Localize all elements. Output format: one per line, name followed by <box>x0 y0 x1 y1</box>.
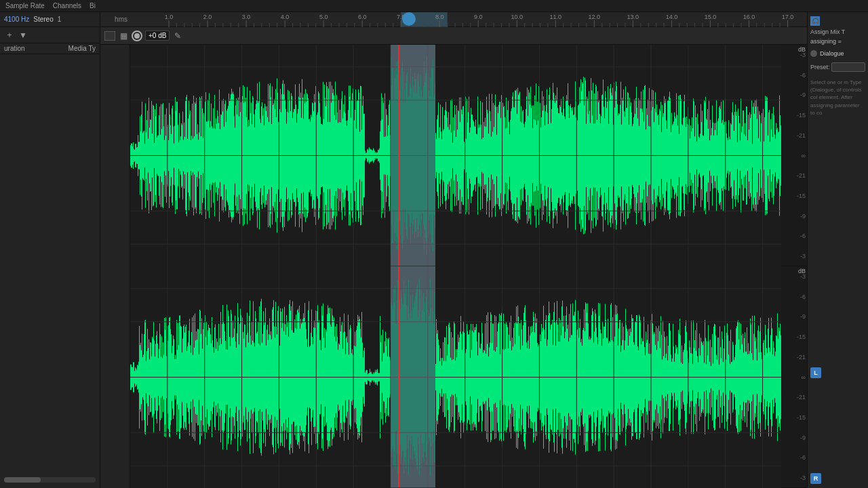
db-tick-label: -3 <box>800 52 806 58</box>
left-controls: + ▼ <box>0 27 100 43</box>
db-tick-label: ∞ <box>802 374 806 381</box>
svg-text:3.0: 3.0 <box>242 14 251 20</box>
assign-mix-label: Assign Mix T <box>810 28 865 35</box>
track-toolbar: ▦ +0 dB ✎ <box>100 27 807 45</box>
main-area: hms 1.02.03.04.05.06.07.08.09.010.011.01… <box>100 12 807 488</box>
svg-text:4.0: 4.0 <box>281 14 290 20</box>
nav-sample-rate[interactable]: Sample Rate <box>5 2 45 9</box>
db-tick-label: -9 <box>800 213 806 220</box>
db-tick-label: -21 <box>797 354 806 361</box>
svg-text:11.0: 11.0 <box>550 14 562 20</box>
add-track-icon[interactable]: + <box>4 30 15 41</box>
left-top-info: 4100 Hz Stereo 1 <box>0 12 100 27</box>
left-footer <box>0 472 100 488</box>
preset-input[interactable] <box>831 62 865 72</box>
waveform-canvas-bottom <box>130 266 781 488</box>
svg-text:2.0: 2.0 <box>203 14 212 20</box>
channels-value: Stereo <box>33 16 53 23</box>
pencil-icon[interactable]: ✎ <box>172 30 183 41</box>
db-tick-label: -3 <box>800 474 806 481</box>
svg-text:15.0: 15.0 <box>705 14 717 20</box>
db-scale-right: dB -3-6-9-15-21∞-21-15-9-6-3 dB -3-6-9-1… <box>781 45 807 488</box>
info-text: Select one or m Type (Dialogue, of contr… <box>810 79 865 117</box>
dialogue-label: Dialogue <box>820 50 844 57</box>
radio-dialogue[interactable] <box>810 50 817 57</box>
db-tick-label: -9 <box>800 434 806 441</box>
db-tick-label: -15 <box>797 192 806 199</box>
db-tick-label: -21 <box>797 394 806 401</box>
meter-icon: ▦ <box>118 30 129 41</box>
db-tick-label: -6 <box>800 454 806 461</box>
db-tick-label: -21 <box>797 132 806 139</box>
loop-icon[interactable] <box>132 30 142 41</box>
ruler-svg: 1.02.03.04.05.06.07.08.09.010.011.012.01… <box>130 12 807 27</box>
db-tick-label: -6 <box>800 293 806 300</box>
db-tick-label: -6 <box>800 232 806 239</box>
svg-text:6.0: 6.0 <box>358 14 367 20</box>
svg-text:8.0: 8.0 <box>435 14 444 20</box>
hms-label: hms <box>100 16 130 23</box>
preset-label: Preset: <box>810 64 830 70</box>
track-label-area <box>100 45 130 488</box>
db-tick-label: -6 <box>800 72 806 79</box>
track-row-2 <box>130 266 781 488</box>
ruler[interactable]: 1.02.03.04.05.06.07.08.09.010.011.012.01… <box>130 12 807 27</box>
db-tick-label: -9 <box>800 92 806 98</box>
mediatype-col: Media Ty <box>68 45 96 52</box>
duration-col: uration <box>4 45 25 52</box>
timeline-ruler: hms 1.02.03.04.05.06.07.08.09.010.011.01… <box>100 12 807 27</box>
db-tick-label: ∞ <box>802 152 806 159</box>
scrollbar-thumb <box>4 477 41 483</box>
db-tick-label: -15 <box>797 112 806 119</box>
nav-channels[interactable]: Channels <box>53 2 81 9</box>
svg-text:16.0: 16.0 <box>743 14 755 20</box>
channel-badge-L[interactable]: L <box>810 367 821 378</box>
gain-display[interactable]: +0 dB <box>145 30 170 41</box>
bit-depth-value: 1 <box>58 16 62 23</box>
svg-text:5.0: 5.0 <box>319 14 328 20</box>
db-tick-label: -21 <box>797 172 806 179</box>
playhead-top-indicator <box>402 12 416 26</box>
tracks-area[interactable] <box>130 45 781 488</box>
db-tick-label: -15 <box>797 333 806 340</box>
svg-text:13.0: 13.0 <box>627 14 639 20</box>
headphones-icon: 🎧 <box>810 16 820 26</box>
assign-eq-label: assigning = <box>810 38 865 45</box>
list-header: uration Media Ty <box>0 43 100 54</box>
waveform-container: dB -3-6-9-15-21∞-21-15-9-6-3 dB -3-6-9-1… <box>100 45 807 488</box>
svg-text:1.0: 1.0 <box>165 14 174 20</box>
mute-button[interactable] <box>104 31 115 41</box>
svg-text:14.0: 14.0 <box>666 14 678 20</box>
channel-badge-R[interactable]: R <box>810 473 821 484</box>
svg-text:10.0: 10.0 <box>511 14 524 20</box>
svg-text:17.0: 17.0 <box>782 14 794 20</box>
db-tick-label: -9 <box>800 313 806 320</box>
nav-bi[interactable]: Bi <box>90 2 96 9</box>
svg-text:9.0: 9.0 <box>474 14 483 20</box>
filter-icon[interactable]: ▼ <box>18 30 28 41</box>
top-nav: Sample Rate Channels Bi <box>0 0 868 12</box>
right-panel: 🎧 Assign Mix T assigning = Dialogue Pres… <box>807 12 868 488</box>
db-tick-label: -15 <box>797 414 806 421</box>
left-panel: 4100 Hz Stereo 1 + ▼ uration Media Ty <box>0 12 100 488</box>
sample-rate-value: 4100 Hz <box>4 16 29 23</box>
db-tick-label: -3 <box>800 253 806 260</box>
waveform-canvas-top <box>130 45 781 266</box>
scrollbar-horizontal[interactable] <box>4 477 96 483</box>
db-scale-top-track: dB -3-6-9-15-21∞-21-15-9-6-3 <box>781 45 807 266</box>
track-row-1 <box>130 45 781 266</box>
db-tick-label: -3 <box>800 273 806 280</box>
svg-text:12.0: 12.0 <box>589 14 601 20</box>
db-scale-bottom-track: dB -3-6-9-15-21∞-21-15-9-6-3 <box>781 266 807 488</box>
